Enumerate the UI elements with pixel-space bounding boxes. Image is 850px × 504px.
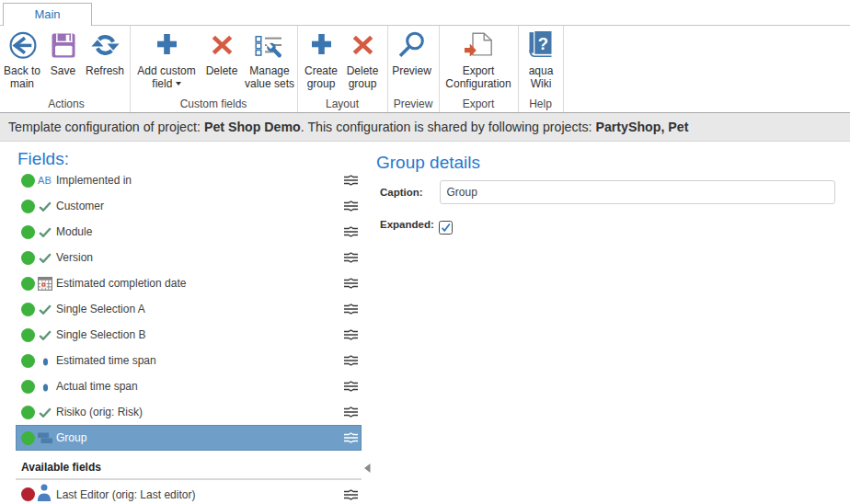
svg-text:?: ? (538, 34, 548, 53)
